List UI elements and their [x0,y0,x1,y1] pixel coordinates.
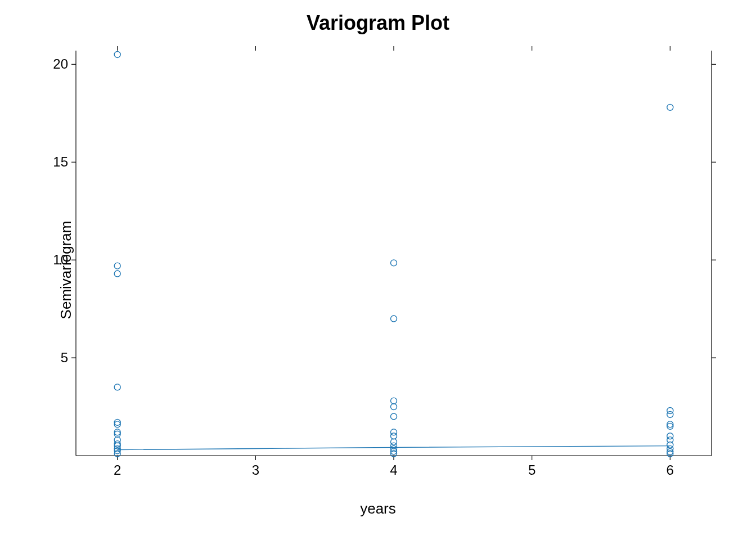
x-tick-label: 5 [528,462,536,478]
y-tick-label: 20 [53,56,68,71]
x-tick-label: 6 [667,462,674,478]
y-tick-label: 5 [61,350,68,365]
y-tick-label: 15 [53,154,68,169]
data-point [667,104,673,110]
x-tick-label: 4 [390,462,397,478]
data-point [114,384,120,390]
data-point [391,316,397,322]
data-point [391,413,397,420]
data-point [667,411,673,417]
x-tick-label: 3 [252,462,259,478]
x-tick-label: 2 [114,462,121,478]
y-tick-label: 10 [53,252,68,267]
data-point [391,433,397,439]
data-point [391,260,397,266]
plot-area: 234565101520 [0,0,756,540]
data-point [114,51,120,57]
data-point [391,404,397,410]
data-point [114,271,120,277]
data-point [391,398,397,404]
data-point [114,263,120,269]
chart-container: Variogram Plot Semivariogram years 23456… [0,0,756,540]
